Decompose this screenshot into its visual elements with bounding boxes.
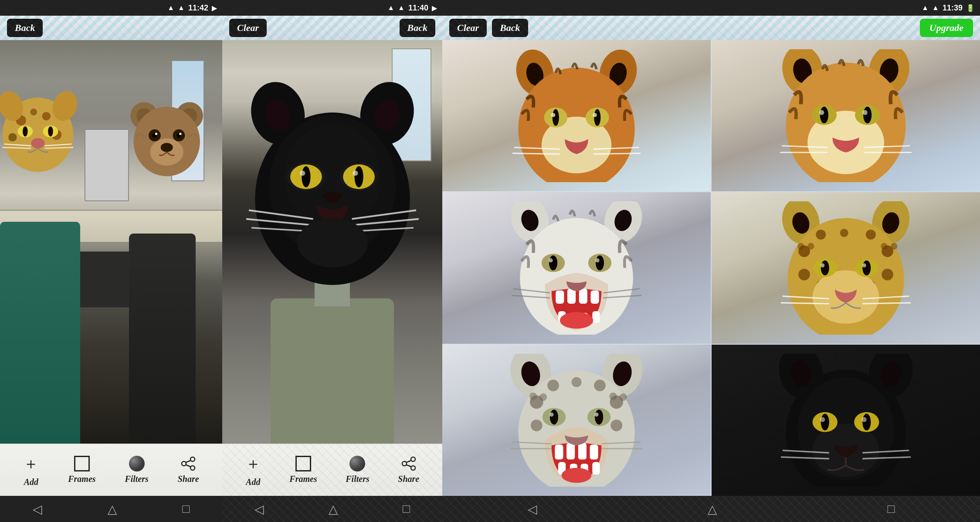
svg-line-78 [593, 153, 641, 154]
svg-point-176 [595, 409, 603, 424]
svg-point-130 [816, 230, 826, 240]
snow-leopard-cell[interactable] [442, 345, 711, 496]
add-label-left: Add [24, 477, 38, 487]
left-toolbar: ＋ Add Frames Filters Share [0, 444, 222, 496]
left-photo-scene [0, 40, 222, 444]
svg-point-57 [297, 218, 368, 267]
leopard-head-left [0, 64, 80, 202]
svg-point-113 [549, 258, 553, 263]
svg-point-155 [539, 393, 547, 400]
share-button-mid[interactable]: Share [398, 456, 419, 484]
share-icon-mid [401, 456, 417, 471]
share-label-left: Share [178, 474, 199, 484]
frames-button-mid[interactable]: Frames [289, 456, 317, 484]
right-top-bar: Clear Back Upgrade [442, 16, 980, 40]
svg-point-194 [820, 417, 825, 422]
back-nav-right[interactable]: ◁ [528, 502, 537, 516]
svg-point-132 [840, 229, 848, 237]
white-tiger-head [458, 201, 695, 335]
svg-point-134 [882, 269, 893, 281]
frames-button-left[interactable]: Frames [68, 456, 95, 484]
add-button-left[interactable]: ＋ Add [23, 453, 39, 487]
black-panther-cell[interactable] [712, 345, 980, 496]
tiger-light-cell[interactable] [712, 40, 980, 191]
svg-point-88 [863, 107, 871, 123]
white-tiger-cell[interactable] [442, 192, 711, 343]
svg-point-5 [30, 108, 37, 115]
panel-left: Back [0, 16, 222, 522]
frames-icon-mid [295, 456, 311, 471]
back-button-right[interactable]: Back [492, 19, 528, 37]
tiger-light-head [728, 49, 964, 183]
svg-point-29 [161, 143, 173, 152]
svg-point-32 [190, 466, 195, 470]
svg-rect-171 [592, 462, 600, 475]
black-panther-head-icon [728, 354, 964, 487]
recent-nav-right[interactable]: □ [888, 502, 895, 516]
svg-rect-103 [590, 291, 599, 304]
svg-point-143 [862, 263, 866, 268]
svg-line-147 [862, 303, 911, 304]
svg-point-47 [354, 166, 363, 187]
filters-label-mid: Filters [346, 474, 369, 484]
person-left-body [0, 222, 80, 444]
svg-point-175 [550, 409, 558, 424]
animal-selection-grid [442, 40, 980, 496]
back-button-mid[interactable]: Back [400, 19, 435, 37]
svg-rect-164 [555, 444, 563, 459]
right-nav-bar: ◁ △ □ [442, 496, 980, 522]
tiger-orange-cell[interactable] [442, 40, 711, 191]
svg-line-76 [512, 153, 560, 154]
svg-rect-100 [556, 291, 564, 304]
svg-point-46 [302, 166, 310, 187]
add-label-mid: Add [246, 477, 260, 487]
frames-icon-left [74, 456, 90, 471]
back-nav-left[interactable]: ◁ [33, 502, 42, 516]
add-icon-mid: ＋ [245, 453, 261, 475]
status-icons-left: ▲ ▲ 11:42 ▶ [167, 3, 217, 13]
svg-point-60 [411, 466, 415, 470]
svg-rect-102 [579, 289, 587, 304]
person-right-body [129, 234, 196, 444]
left-top-bar: Back [0, 16, 222, 40]
leopard-head [728, 201, 964, 335]
home-nav-right[interactable]: △ [708, 502, 717, 516]
back-button-left[interactable]: Back [7, 19, 43, 37]
recent-nav-left[interactable]: □ [182, 502, 190, 516]
svg-point-125 [797, 243, 804, 250]
svg-point-72 [594, 109, 600, 125]
share-button-left[interactable]: Share [178, 456, 199, 484]
home-nav-left[interactable]: △ [108, 502, 117, 516]
svg-point-59 [402, 461, 407, 466]
filters-button-left[interactable]: Filters [125, 456, 148, 484]
leopard-cell[interactable] [712, 192, 980, 343]
svg-point-163 [610, 419, 622, 431]
svg-point-48 [300, 170, 305, 176]
svg-rect-165 [566, 443, 575, 459]
clear-button-right[interactable]: Clear [449, 19, 487, 37]
svg-point-172 [562, 468, 592, 482]
svg-point-111 [549, 255, 557, 270]
svg-point-114 [595, 258, 600, 263]
frames-label-left: Frames [68, 474, 95, 484]
panel-mid: Clear Back [222, 16, 442, 522]
recent-nav-mid[interactable]: □ [403, 502, 410, 516]
svg-point-73 [551, 113, 556, 117]
svg-point-195 [861, 417, 866, 422]
svg-point-140 [821, 261, 829, 275]
mid-photo-scene [222, 40, 442, 444]
signal-icon-mid: ▲ [387, 4, 394, 12]
svg-point-28 [179, 133, 181, 135]
filters-button-mid[interactable]: Filters [346, 456, 369, 484]
back-nav-mid[interactable]: ◁ [254, 502, 264, 516]
add-button-mid[interactable]: ＋ Add [245, 453, 261, 487]
media-icon-mid: ▶ [432, 4, 437, 12]
upgrade-button[interactable]: Upgrade [920, 19, 973, 37]
clear-button-mid[interactable]: Clear [229, 19, 267, 37]
svg-point-89 [819, 110, 824, 115]
svg-point-74 [593, 113, 597, 117]
left-nav-bar: ◁ △ □ [0, 496, 222, 522]
mid-photo-area [222, 40, 442, 444]
svg-point-108 [560, 312, 593, 329]
home-nav-mid[interactable]: △ [329, 502, 338, 516]
